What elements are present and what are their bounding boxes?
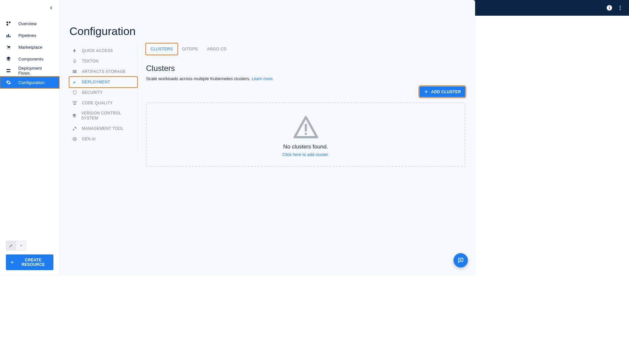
sidebar-item-label: Pipelines <box>18 33 36 38</box>
sidebar-item-components[interactable]: Components <box>0 53 59 65</box>
plus-icon <box>424 89 429 94</box>
chart-icon <box>5 33 12 38</box>
svg-rect-25 <box>73 72 77 73</box>
sidebar-item-pipelines[interactable]: Pipelines <box>0 29 59 41</box>
create-resource-label: CREATE RESOURCE <box>17 258 49 267</box>
config-content: CLUSTERS GITOPS ARGO CD Clusters Scale w… <box>138 43 465 275</box>
bolt-icon <box>71 48 78 53</box>
shield-icon <box>71 90 78 95</box>
sidebar-footer: CREATE RESOURCE <box>0 236 59 275</box>
config-item-label: DEPLOYMENT <box>82 80 110 85</box>
rocket-icon <box>71 79 78 85</box>
create-resource-button[interactable]: CREATE RESOURCE <box>6 254 53 270</box>
config-item-label: SECURITY <box>82 90 103 95</box>
tab-label: GITOPS <box>182 47 198 51</box>
cart-icon <box>5 44 12 50</box>
theme-pen-button[interactable] <box>6 241 16 250</box>
config-item-management-tool[interactable]: MANAGEMENT TOOL <box>69 123 137 134</box>
svg-rect-24 <box>73 71 77 72</box>
config-item-label: CODE QUALITY <box>82 101 113 106</box>
svg-marker-9 <box>6 59 10 61</box>
svg-point-22 <box>74 60 76 62</box>
section-title: Clusters <box>146 64 465 73</box>
svg-rect-27 <box>74 104 75 104</box>
sidebar-item-marketplace[interactable]: Marketplace <box>0 41 59 53</box>
sidebar-collapse-row <box>0 0 59 16</box>
config-nav-column: QUICK ACCESS TEKTON ARTIFACTS STORAGE <box>69 43 138 275</box>
chevron-left-icon[interactable] <box>49 6 53 10</box>
tab-argo-cd[interactable]: ARGO CD <box>202 43 231 55</box>
empty-add-link[interactable]: Click here to add cluster. <box>282 152 329 157</box>
config-item-label: QUICK ACCESS <box>82 48 113 53</box>
warning-icon <box>292 115 319 138</box>
tab-label: CLUSTERS <box>151 47 173 51</box>
tekton-icon <box>71 59 78 64</box>
add-cluster-button[interactable]: ADD CLUSTER <box>419 86 466 97</box>
sidebar-item-deployment-flows[interactable]: Deployment Flows <box>0 65 59 77</box>
svg-rect-23 <box>73 70 77 71</box>
layers-icon <box>5 56 12 61</box>
svg-point-6 <box>8 48 8 49</box>
chat-fab[interactable] <box>453 253 468 268</box>
svg-point-35 <box>305 133 307 135</box>
sidebar-item-label: Deployment Flows <box>18 66 54 76</box>
grid-icon <box>5 21 12 26</box>
ai-icon <box>71 136 78 142</box>
sidebar-item-overview[interactable]: Overview <box>0 18 59 29</box>
plus-icon <box>10 260 14 265</box>
action-row: ADD CLUSTER <box>146 86 465 97</box>
config-item-security[interactable]: SECURITY <box>69 87 137 98</box>
gear-icon <box>5 80 12 85</box>
config-item-gen-ai[interactable]: GEN AI <box>69 134 137 144</box>
flow-icon <box>5 68 12 73</box>
tab-clusters[interactable]: CLUSTERS <box>146 43 177 55</box>
config-item-label: GEN AI <box>82 137 96 142</box>
learn-more-link[interactable]: Learn more. <box>252 77 274 81</box>
config-item-deployment[interactable]: DEPLOYMENT <box>69 77 137 87</box>
sidebar-item-label: Components <box>18 57 44 61</box>
storage-icon <box>71 69 78 74</box>
svg-rect-4 <box>8 34 9 37</box>
config-item-label: MANAGEMENT TOOL <box>82 126 123 131</box>
theme-gear-button[interactable] <box>16 241 26 250</box>
sidebar-item-configuration[interactable]: Configuration <box>0 77 59 88</box>
svg-point-7 <box>9 48 10 49</box>
main-content: Configuration QUICK ACCESS TEKTON <box>60 0 475 275</box>
primary-nav: Overview Pipelines Marketplace Component… <box>0 16 59 88</box>
trophy-icon <box>71 100 78 106</box>
svg-rect-10 <box>7 69 10 70</box>
config-item-artifacts-storage[interactable]: ARTIFACTS STORAGE <box>69 66 137 77</box>
section-description-text: Scale workloads across multiple Kubernet… <box>146 76 252 81</box>
config-item-tekton[interactable]: TEKTON <box>69 56 137 66</box>
config-item-label: ARTIFACTS STORAGE <box>82 69 126 74</box>
tools-icon <box>71 126 78 131</box>
svg-rect-3 <box>7 35 8 37</box>
config-item-quick-access[interactable]: QUICK ACCESS <box>69 45 137 56</box>
svg-point-31 <box>73 137 77 141</box>
section-description: Scale workloads across multiple Kubernet… <box>146 76 465 81</box>
config-item-vcs[interactable]: VERSION CONTROL SYSTEM <box>69 108 137 123</box>
svg-rect-1 <box>9 22 10 23</box>
tab-gitops[interactable]: GITOPS <box>177 43 202 55</box>
add-cluster-label: ADD CLUSTER <box>431 90 461 94</box>
config-item-label: TEKTON <box>82 59 99 64</box>
stack-icon <box>71 113 77 118</box>
theme-toggle <box>6 241 26 251</box>
config-item-code-quality[interactable]: CODE QUALITY <box>69 98 137 108</box>
svg-rect-5 <box>9 36 10 37</box>
svg-point-26 <box>75 81 76 82</box>
svg-rect-2 <box>7 24 8 26</box>
page-title: Configuration <box>69 25 465 38</box>
svg-rect-11 <box>7 71 10 72</box>
sidebar-item-label: Overview <box>18 21 37 26</box>
empty-title: No clusters found. <box>283 144 328 150</box>
section-header: Clusters Scale workloads across multiple… <box>146 64 465 81</box>
svg-point-30 <box>74 138 75 140</box>
svg-rect-0 <box>7 22 8 23</box>
empty-state: No clusters found. Click here to add clu… <box>146 102 465 167</box>
content-tabs: CLUSTERS GITOPS ARGO CD <box>146 43 465 55</box>
svg-marker-29 <box>72 115 76 118</box>
config-item-label: VERSION CONTROL SYSTEM <box>81 111 134 121</box>
primary-sidebar: Overview Pipelines Marketplace Component… <box>0 0 60 275</box>
sidebar-item-label: Configuration <box>18 80 45 85</box>
